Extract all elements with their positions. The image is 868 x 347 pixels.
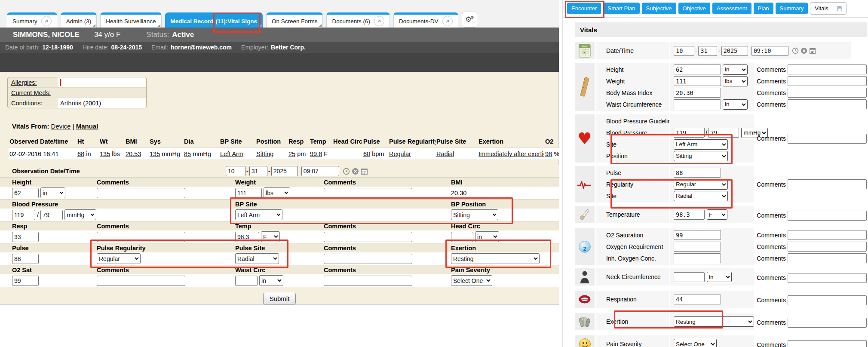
pulse-site-select[interactable]: Radial — [235, 253, 279, 264]
pulse-regularity-select[interactable]: Regular — [97, 253, 141, 264]
rt-o2-saturation-input[interactable] — [674, 230, 721, 240]
clear-datetime-icon[interactable] — [352, 168, 359, 175]
pulse-link[interactable]: 60 — [363, 150, 370, 157]
height-input[interactable] — [12, 188, 39, 198]
clear-datetime-icon[interactable] — [801, 47, 807, 54]
tab-documents-dv[interactable]: Documents-DV — [393, 12, 458, 28]
tab-encounter[interactable]: Encounter — [567, 3, 601, 14]
popout-icon[interactable] — [41, 16, 52, 26]
rt-inh-oxygen-conc-input[interactable] — [674, 253, 721, 263]
tab-medical-record-vital-signs[interactable]: Medical Record (11):Vital Signs — [165, 12, 263, 28]
rt-temp-comments[interactable] — [788, 211, 867, 221]
tab-summary-right[interactable]: Summary — [776, 3, 808, 14]
tab-smart-plan[interactable]: Smart Plan — [603, 3, 639, 14]
obs-year-input[interactable] — [271, 166, 298, 176]
submit-button[interactable]: Submit — [263, 293, 296, 304]
rt-height-comments[interactable] — [788, 64, 867, 74]
weight-comments-input[interactable] — [324, 188, 412, 198]
condition-arthritis-link[interactable]: Arthritis — [60, 100, 81, 107]
pulse-site-link[interactable]: Radial — [436, 150, 454, 157]
rt-respiration-input[interactable] — [674, 295, 721, 304]
height-unit-select[interactable]: in — [40, 187, 65, 198]
waist-circ-input[interactable] — [235, 276, 258, 286]
head-circ-unit-select[interactable]: in — [475, 231, 499, 242]
bp-site-select[interactable]: Left Arm — [235, 209, 282, 220]
popout-icon[interactable] — [442, 16, 453, 26]
ht-link[interactable]: 68 — [77, 150, 84, 157]
exertion-select[interactable]: Resting — [451, 253, 540, 264]
tab-objective[interactable]: Objective — [678, 3, 710, 14]
rt-temp-unit-select[interactable]: F — [707, 209, 727, 220]
tab-assessment[interactable]: Assessment — [712, 3, 751, 14]
vitals-from-device-link[interactable]: Device — [51, 123, 71, 130]
settings-button[interactable]: ⚙⚙ — [462, 12, 478, 28]
rt-weight-comments[interactable] — [788, 76, 867, 86]
head-circ-input[interactable] — [451, 232, 473, 242]
obs-time-input[interactable] — [301, 166, 339, 176]
rt-month-input[interactable] — [674, 46, 694, 56]
clock-icon[interactable] — [792, 47, 799, 54]
rt-pulse-site-select[interactable]: Radial — [674, 191, 728, 201]
weight-unit-select[interactable]: lbs — [264, 187, 290, 198]
rt-o2-comments[interactable] — [788, 230, 867, 240]
rt-respiration-comments[interactable] — [788, 295, 867, 305]
rt-pain-comments[interactable] — [788, 340, 867, 347]
wt-link[interactable]: 135 — [100, 150, 110, 157]
rt-day-input[interactable] — [698, 46, 717, 56]
current-meds-link[interactable]: Current Meds: — [11, 89, 51, 96]
o2-sat-input[interactable] — [12, 276, 39, 286]
waist-unit-select[interactable]: in — [259, 275, 283, 286]
rt-bp-comments[interactable] — [788, 134, 867, 144]
conditions-link[interactable]: Conditions: — [11, 100, 43, 107]
rt-bp-diastolic-input[interactable] — [708, 128, 739, 138]
temp-link[interactable]: 99.8 — [310, 150, 322, 157]
rt-height-input[interactable] — [674, 64, 721, 74]
rt-exertion-select[interactable]: Resting — [674, 316, 754, 327]
vitals-from-manual-link[interactable]: Manual — [76, 123, 98, 130]
bp-position-select[interactable]: Sitting — [451, 209, 498, 220]
rt-waist-input[interactable] — [674, 99, 721, 109]
rt-bp-site-select[interactable]: Left Arm — [674, 139, 728, 150]
bmi-link[interactable]: 20.53 — [126, 150, 141, 157]
height-comments-input[interactable] — [97, 188, 185, 198]
allergies-link[interactable]: Allergies: — [11, 79, 37, 86]
rt-height-unit-select[interactable]: in — [723, 64, 748, 75]
dia-link[interactable]: 85 — [184, 150, 191, 157]
tab-subjective[interactable]: Subjective — [642, 3, 676, 14]
rt-pulse-regularity-select[interactable]: Regular — [674, 179, 728, 190]
temp-comments-input[interactable] — [324, 232, 412, 242]
resp-link[interactable]: 25 — [288, 150, 295, 157]
bp-unit-select[interactable]: mmHg — [64, 209, 96, 220]
clock-icon[interactable] — [343, 168, 350, 175]
rt-time-input[interactable] — [751, 46, 788, 56]
tab-admin[interactable]: Admin (3) — [61, 12, 97, 28]
exertion-link[interactable]: Immediately after exertion — [478, 150, 544, 157]
rt-bp-systolic-input[interactable] — [674, 128, 705, 138]
rt-neck-input[interactable] — [674, 272, 705, 282]
bp-guideline-link[interactable]: Blood Pressure Guideline — [606, 118, 675, 125]
temp-input[interactable] — [235, 232, 259, 242]
o2-comments-input[interactable] — [97, 276, 185, 286]
rt-exertion-comments[interactable] — [788, 318, 867, 328]
rt-pulse-comments[interactable] — [788, 179, 867, 189]
rt-bmi-comments[interactable] — [788, 88, 867, 98]
rt-temp-input[interactable] — [674, 210, 705, 220]
rt-neck-comments[interactable] — [788, 273, 867, 283]
calendar-icon[interactable] — [809, 47, 816, 54]
tab-on-screen-forms[interactable]: On Screen Forms — [266, 12, 323, 28]
pulse-comments-input[interactable] — [324, 254, 412, 264]
resp-input[interactable] — [12, 232, 39, 242]
rt-weight-input[interactable] — [674, 76, 721, 86]
bp-systolic-input[interactable] — [12, 210, 35, 220]
obs-day-input[interactable] — [249, 166, 267, 176]
pulse-regularity-link[interactable]: Regular — [389, 150, 411, 157]
waist-comments-input[interactable] — [324, 276, 412, 286]
rt-oxygen-req-comments[interactable] — [788, 242, 867, 252]
o2-link[interactable]: 98 — [545, 150, 552, 157]
temp-unit-select[interactable]: F — [261, 231, 280, 242]
sys-link[interactable]: 135 — [150, 150, 160, 157]
tab-health-surveillance[interactable]: Health Surveillance — [100, 12, 161, 28]
popout-icon[interactable] — [374, 16, 384, 26]
rt-weight-unit-select[interactable]: lbs — [723, 76, 748, 86]
rt-year-input[interactable] — [721, 46, 748, 56]
